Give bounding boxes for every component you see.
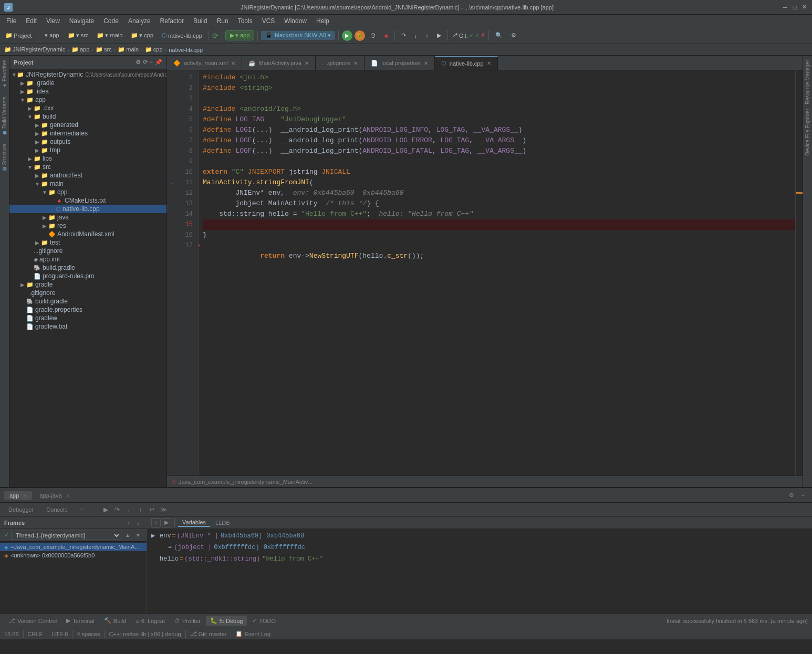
tab-version-control[interactable]: ⎇ Version Control (4, 616, 61, 626)
file-btn[interactable]: ⬡ native-lib.cpp (159, 31, 205, 40)
tab-close-activity-main[interactable]: ✕ (231, 60, 235, 66)
debug-tab-app-java-close[interactable]: ✕ (66, 493, 70, 499)
debug-step-over-btn[interactable]: ↷ (112, 504, 122, 515)
menu-navigate[interactable]: Navigate (65, 16, 98, 26)
menu-help[interactable]: Help (312, 16, 334, 26)
thread-select[interactable]: Thread-1-[registerdynamic] (11, 531, 121, 540)
tree-item-build[interactable]: ▼ 📁 build (9, 112, 166, 121)
tree-item-manifest[interactable]: 🔶 AndroidManifest.xml (9, 230, 166, 238)
project-collapse-icon[interactable]: − (150, 59, 153, 66)
debug-tab-app-java[interactable]: app-java ✕ (34, 491, 75, 500)
tree-item-native-lib[interactable]: ⬡ native-lib.cpp (9, 205, 166, 213)
tree-item-intermediates[interactable]: ▶ 📁 intermediates (9, 129, 166, 138)
tab-debug[interactable]: 🐛 5: Debug (206, 616, 247, 626)
run-config-btn[interactable]: ▶ ▾ app (225, 30, 254, 40)
tab-close-native-lib[interactable]: ✕ (487, 60, 491, 66)
tree-item-gitignore-app[interactable]: . .gitignore (9, 247, 166, 255)
menu-vcs[interactable]: VCS (258, 16, 279, 26)
path-file[interactable]: native-lib.cpp (169, 47, 203, 53)
tree-item-build-gradle-app[interactable]: 🐘 build.gradle (9, 263, 166, 272)
tab-native-lib[interactable]: ⬡ native-lib.cpp ✕ (435, 56, 498, 70)
debug-step-into-btn[interactable]: ↓ (123, 504, 134, 515)
menu-refactor[interactable]: Refactor (156, 16, 188, 26)
tab-todo[interactable]: ✓ TODO (248, 616, 280, 626)
debug-evaluate-btn[interactable]: ≫ (158, 504, 169, 515)
menu-file[interactable]: File (2, 16, 20, 26)
device-selector[interactable]: 📱 blackshark SKW-A0 ▾ (261, 31, 335, 40)
settings-btn[interactable]: ⚙ (508, 31, 519, 40)
tree-item-gradlew[interactable]: 📄 gradlew (9, 314, 166, 322)
main-btn[interactable]: 📁 ▾ main (93, 31, 126, 40)
tree-item-gradlew-bat[interactable]: 📄 gradlew.bat (9, 322, 166, 331)
tree-item-outputs[interactable]: ▶ 📁 outputs (9, 138, 166, 146)
tab-gitignore[interactable]: . .gitignore ✕ (316, 56, 365, 70)
cpp-btn[interactable]: 📁 ▾ cpp (128, 31, 157, 40)
thread-down-btn[interactable]: ▼ (134, 531, 142, 540)
tab-local-props[interactable]: 📄 local.properties ✕ (365, 56, 435, 70)
tree-item-src[interactable]: ▼ 📁 src (9, 163, 166, 171)
debug-tab-app[interactable]: app ✕ (4, 491, 32, 500)
sub-tab-console[interactable]: Console (42, 505, 71, 514)
profile-btn[interactable]: ⏱ (367, 31, 379, 40)
tab-mainactivity[interactable]: ☕ MainActivity.java ✕ (242, 56, 316, 70)
var-expand-btn[interactable]: ▶ (162, 518, 171, 528)
tree-item-gradle-dir[interactable]: ▶ 📁 gradle (9, 280, 166, 289)
tree-item-test[interactable]: ▶ 📁 test (9, 238, 166, 247)
sub-tab-debugger[interactable]: Debugger (4, 505, 38, 514)
tree-item-tmp[interactable]: ▶ 📁 tmp (9, 146, 166, 154)
stop-btn[interactable]: ■ (381, 31, 391, 40)
tree-item-proguard[interactable]: 📄 proguard-rules.pro (9, 272, 166, 280)
tree-item-root[interactable]: ▼ 📁 JNIRegisterDynamic C:\Users\asura\so… (9, 70, 166, 79)
path-project[interactable]: 📁JNIRegisterDynamic (4, 46, 65, 53)
menu-analyze[interactable]: Analyze (124, 16, 155, 26)
debug-tab-app-close[interactable]: ✕ (23, 493, 27, 499)
tab-profiler[interactable]: ⏱ Profiler (170, 616, 205, 626)
close-btn[interactable]: ✕ (800, 4, 808, 11)
editor-scrollbar[interactable] (795, 70, 803, 476)
app-btn[interactable]: ▾ app (41, 31, 62, 40)
debug-step-out-btn[interactable]: ↑ (135, 504, 145, 515)
maximize-btn[interactable]: □ (791, 4, 798, 11)
tree-item-app[interactable]: ▼ 📁 app (9, 96, 166, 104)
tab-logcat[interactable]: ≡ 6: Logcat (131, 616, 169, 626)
tab-terminal[interactable]: ▶ Terminal (62, 616, 99, 626)
sync-icon[interactable]: ⟳ (212, 31, 218, 40)
tree-item-build-gradle-root[interactable]: 🐘 build.gradle (9, 297, 166, 305)
path-main[interactable]: 📁main (118, 46, 139, 53)
debug-settings-icon[interactable]: ⚙ (787, 491, 796, 500)
path-app[interactable]: 📁app (71, 46, 89, 53)
tab-close-gitignore[interactable]: ✕ (353, 60, 358, 66)
run-button[interactable]: ▶ (342, 30, 352, 41)
menu-run[interactable]: Run (213, 16, 233, 26)
frames-up-btn[interactable]: ↑ (124, 519, 133, 527)
debug-minimize-icon[interactable]: − (798, 491, 808, 500)
tab-activity-main[interactable]: 🔶 activity_main.xml ✕ (167, 56, 242, 70)
tree-item-java[interactable]: ▶ 📁 java (9, 213, 166, 221)
minimize-btn[interactable]: ─ (782, 4, 789, 11)
tab-build[interactable]: 🔨 Build (100, 616, 130, 626)
menu-window[interactable]: Window (280, 16, 311, 26)
tree-item-gradle-props[interactable]: 📄 gradle.properties (9, 305, 166, 314)
step-out-btn[interactable]: ↑ (422, 31, 432, 40)
tree-item-app-iml[interactable]: ◈ app.iml (9, 255, 166, 263)
frames-down-btn[interactable]: ↓ (134, 519, 142, 527)
status-line-sep[interactable]: CRLF (28, 631, 43, 637)
project-pin-icon[interactable]: 📌 (155, 59, 162, 66)
code-editor[interactable]: ↓ 1 2 3 4 5 6 7 8 9 10 11 (167, 70, 803, 476)
tree-item-main[interactable]: ▼ 📁 main (9, 180, 166, 188)
tree-item-cxx[interactable]: ▶ 📁 .cxx (9, 104, 166, 112)
tree-item-androidtest[interactable]: ▶ 📁 androidTest (9, 171, 166, 180)
var-tab-lldb[interactable]: LLDB (211, 519, 234, 526)
sub-tab-menu[interactable]: ≡ (76, 505, 88, 514)
menu-code[interactable]: Code (99, 16, 123, 26)
thread-up-btn[interactable]: ▲ (123, 531, 132, 540)
tree-item-idea[interactable]: ▶ 📁 .idea (9, 87, 166, 96)
status-encoding[interactable]: UTF-8 (51, 631, 68, 637)
menu-tools[interactable]: Tools (234, 16, 257, 26)
tree-item-cpp-folder[interactable]: ▼ 📁 cpp (9, 188, 166, 196)
tree-item-generated[interactable]: ▶ 📁 generated (9, 121, 166, 129)
src-btn[interactable]: 📁 ▾ src (65, 31, 92, 40)
tree-item-res[interactable]: ▶ 📁 res (9, 221, 166, 230)
var-tab-variables[interactable]: Variables (178, 519, 210, 527)
panel-device-file-explorer[interactable]: Device File Explorer (804, 107, 811, 157)
